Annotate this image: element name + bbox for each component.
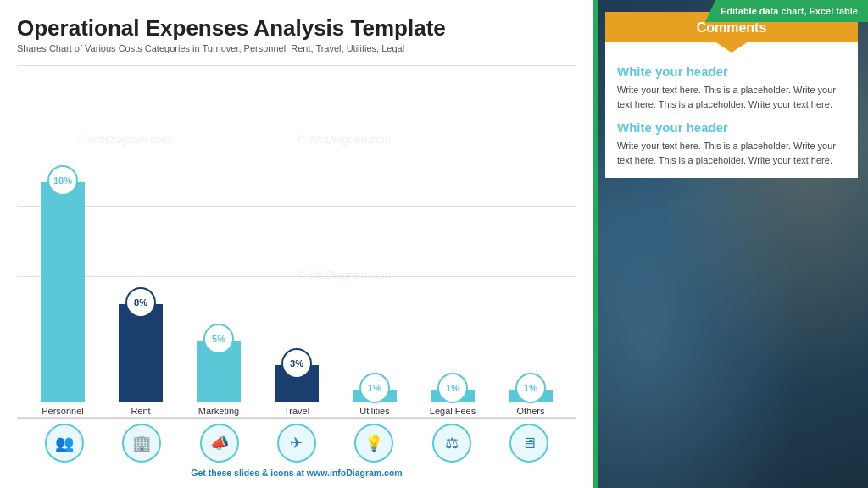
bar-label-rent: Rent: [131, 406, 150, 416]
bar-bubble-travel: 3%: [281, 348, 312, 379]
bar-others: 1%: [509, 390, 553, 402]
bar-marketing: 5%: [197, 341, 241, 402]
marketing-icon: 📣: [200, 424, 239, 463]
bar-bubble-others: 1%: [515, 373, 546, 403]
bar-label-utilities: Utilities: [359, 406, 389, 416]
bar-travel: 3%: [275, 365, 319, 402]
grid-line: [17, 417, 576, 418]
right-panel: Editable data chart, Excel table Comment…: [593, 0, 868, 488]
bar-chart: 18%Personnel8%Rent5%Marketing3%Travel1%U…: [17, 65, 576, 419]
footer-post: .com: [381, 468, 403, 478]
bars-wrapper: 18%Personnel8%Rent5%Marketing3%Travel1%U…: [17, 65, 576, 416]
left-panel: Operational Expenses Analysis Template S…: [0, 0, 593, 488]
legal-icon: ⚖: [432, 424, 471, 463]
comment-title-1: White your header: [617, 120, 846, 135]
comments-box: Comments White your headerWrite your tex…: [605, 12, 858, 178]
bar-group-marketing: 5%Marketing: [181, 65, 256, 416]
icons-row: 👥🏢📣✈💡⚖🖥: [17, 419, 576, 464]
comment-text-0: Write your text here. This is a placehol…: [617, 83, 846, 112]
bar-bubble-legal fees: 1%: [437, 373, 468, 403]
comments-body: White your headerWrite your text here. T…: [605, 42, 858, 168]
rent-icon: 🏢: [122, 424, 161, 463]
bar-personnel: 18%: [41, 182, 85, 402]
others-icon: 🖥: [509, 424, 548, 463]
personnel-icon: 👥: [45, 424, 84, 463]
footer: Get these slides & icons at www.infoDiag…: [17, 464, 576, 480]
bar-label-others: Others: [516, 406, 544, 416]
bar-group-utilities: 1%Utilities: [337, 65, 412, 416]
utilities-icon: 💡: [354, 424, 393, 463]
travel-icon: ✈: [277, 424, 316, 463]
chart-area: © infoDiagram.com © infoDiagram.com © in…: [17, 65, 576, 464]
bar-label-travel: Travel: [284, 406, 309, 416]
footer-pre: Get these slides & icons at www.: [191, 468, 330, 478]
title-area: Operational Expenses Analysis Template S…: [17, 15, 576, 53]
bar-bubble-marketing: 5%: [203, 324, 234, 354]
bar-bubble-rent: 8%: [125, 287, 156, 318]
comment-title-0: White your header: [617, 64, 846, 79]
page-title: Operational Expenses Analysis Template: [17, 15, 576, 42]
bar-legal fees: 1%: [431, 390, 475, 402]
right-content: Comments White your headerWrite your tex…: [593, 12, 868, 178]
green-accent-bar: [593, 0, 598, 488]
bar-bubble-personnel: 18%: [47, 165, 78, 196]
bar-bubble-utilities: 1%: [359, 373, 390, 403]
badge-banner: Editable data chart, Excel table: [705, 0, 868, 22]
bar-group-rent: 8%Rent: [103, 65, 178, 416]
comment-text-1: Write your text here. This is a placehol…: [617, 139, 846, 168]
bar-rent: 8%: [119, 304, 163, 402]
bar-label-legal fees: Legal Fees: [430, 406, 476, 416]
bar-utilities: 1%: [353, 390, 397, 402]
bar-label-marketing: Marketing: [198, 406, 239, 416]
bar-label-personnel: Personnel: [42, 406, 84, 416]
page-subtitle: Shares Chart of Various Costs Categories…: [17, 43, 576, 53]
bar-group-legal-fees: 1%Legal Fees: [415, 65, 490, 416]
bar-group-personnel: 18%Personnel: [25, 65, 100, 416]
bar-group-others: 1%Others: [493, 65, 568, 416]
bar-group-travel: 3%Travel: [259, 65, 334, 416]
footer-brand: infoDiagram: [330, 468, 381, 478]
